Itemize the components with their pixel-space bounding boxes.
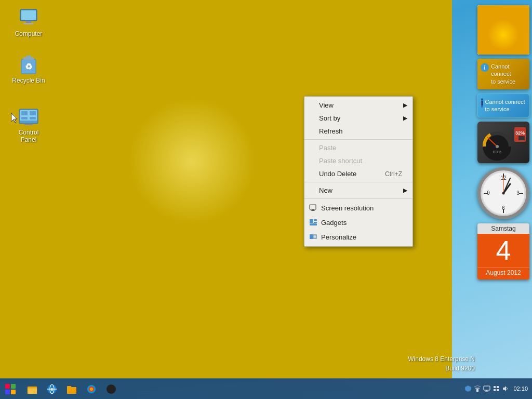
tray-display-icon[interactable] (483, 385, 490, 393)
taskbar-file-explorer-icon[interactable] (23, 380, 42, 398)
taskbar-ie-icon[interactable]: e (43, 380, 61, 398)
menu-item-paste: Paste (304, 141, 413, 154)
taskbar-pinned-icons: e (21, 380, 123, 398)
svg-rect-70 (497, 386, 499, 388)
menu-item-view[interactable]: View ▶ (304, 99, 413, 112)
menu-item-view-label: View (319, 101, 334, 109)
menu-item-screen-resolution[interactable]: Screen resolution (304, 201, 413, 215)
cannot-connect-widget-2[interactable]: i Cannot connectto service (477, 94, 529, 118)
tray-windows-icon[interactable] (493, 385, 500, 393)
start-button[interactable] (0, 379, 21, 400)
menu-item-paste-label: Paste (319, 144, 336, 152)
menu-item-refresh-label: Refresh (319, 127, 343, 135)
menu-item-undo-delete[interactable]: Undo Delete Ctrl+Z (304, 167, 413, 180)
menu-separator-3 (304, 198, 413, 199)
menu-item-sort-by-arrow: ▶ (403, 115, 407, 122)
svg-point-47 (502, 192, 505, 195)
svg-text:♻: ♻ (25, 62, 32, 71)
svg-rect-21 (314, 222, 317, 223)
menu-item-sort-by-label: Sort by (319, 114, 340, 122)
computer-icon[interactable]: Computer (8, 5, 49, 39)
info-icon-1: i (481, 63, 489, 72)
svg-point-62 (90, 388, 93, 391)
svg-point-25 (314, 235, 316, 238)
menu-item-gadgets[interactable]: Gadgets (304, 215, 413, 230)
svg-rect-51 (11, 390, 16, 394)
control-panel-icon-img (18, 106, 39, 127)
tray-shield-icon[interactable] (464, 385, 472, 393)
cannot-connect-widget-1[interactable]: i Cannot connectto service (477, 59, 529, 89)
recycle-bin-label: Recycle Bin (12, 77, 45, 84)
taskbar-time[interactable]: 02:10 (513, 385, 532, 392)
personalize-icon (309, 232, 318, 242)
system-tray (460, 385, 513, 393)
calendar-day-name: Samstag (477, 223, 529, 234)
control-panel-icon[interactable]: Control Panel (8, 104, 49, 146)
svg-rect-1 (21, 10, 36, 20)
svg-rect-16 (310, 205, 316, 209)
gadgets-icon (309, 218, 318, 227)
computer-label: Computer (15, 30, 43, 37)
svg-point-28 (496, 145, 499, 148)
menu-item-paste-shortcut-label: Paste shortcut (319, 157, 362, 165)
computer-icon-img (18, 7, 39, 28)
performance-widget[interactable]: 03% 32% (477, 122, 529, 163)
menu-item-refresh[interactable]: Refresh (304, 125, 413, 138)
sidebar-widgets: i Cannot connectto service i Cannot conn… (475, 0, 532, 399)
tray-network-icon[interactable] (474, 385, 481, 393)
menu-item-personalize[interactable]: Personalize (304, 230, 413, 244)
os-line1: Windows 8 Enterprise N (408, 354, 475, 364)
svg-text:e: e (50, 387, 53, 392)
menu-separator-1 (304, 139, 413, 140)
svg-rect-72 (497, 389, 499, 391)
svg-rect-48 (5, 384, 10, 389)
svg-rect-10 (21, 111, 28, 115)
svg-text:9: 9 (487, 190, 490, 196)
flower-thumbnail-widget[interactable] (477, 5, 529, 55)
svg-rect-33 (515, 136, 518, 140)
svg-rect-14 (24, 124, 33, 125)
svg-rect-49 (11, 384, 16, 389)
svg-rect-11 (30, 111, 36, 115)
cannot-connect-text-2: Cannot connectto service (485, 98, 525, 113)
svg-text:03%: 03% (493, 150, 501, 154)
svg-rect-3 (23, 23, 34, 24)
svg-rect-13 (30, 117, 36, 119)
taskbar: e (0, 378, 532, 399)
desktop: Computer ♻ Recycle Bin Control P (0, 0, 532, 399)
os-line2: Build 9200 (408, 364, 475, 373)
recycle-bin-icon[interactable]: ♻ Recycle Bin (8, 52, 49, 86)
svg-rect-71 (494, 389, 496, 391)
svg-marker-73 (503, 386, 506, 391)
clock-time: 02:10 (513, 385, 528, 392)
taskbar-folder-icon[interactable] (62, 380, 81, 398)
menu-item-undo-delete-label: Undo Delete (319, 170, 356, 178)
menu-item-sort-by[interactable]: Sort by ▶ (304, 112, 413, 125)
tray-volume-icon[interactable] (502, 385, 509, 393)
svg-text:3: 3 (516, 190, 520, 196)
menu-item-new[interactable]: New ▶ (304, 184, 413, 197)
menu-item-gadgets-label: Gadgets (321, 219, 347, 227)
svg-rect-24 (310, 234, 313, 239)
svg-point-63 (107, 384, 116, 394)
svg-rect-59 (67, 386, 71, 388)
taskbar-firefox-icon[interactable] (82, 380, 101, 398)
menu-item-view-arrow: ▶ (403, 102, 407, 109)
svg-text:32%: 32% (515, 130, 524, 136)
menu-item-new-label: New (319, 187, 332, 194)
clock-widget[interactable]: 12 3 6 9 (477, 167, 529, 219)
svg-rect-20 (314, 219, 317, 221)
svg-marker-15 (11, 113, 17, 123)
calendar-month-year: August 2012 (477, 267, 529, 280)
svg-rect-22 (310, 223, 317, 225)
context-menu: View ▶ Sort by ▶ Refresh Paste Paste sho… (304, 96, 413, 247)
os-info: Windows 8 Enterprise N Build 9200 (408, 354, 475, 373)
taskbar-misc-icon[interactable] (102, 380, 121, 398)
calendar-widget[interactable]: Samstag 4 August 2012 (477, 223, 529, 280)
control-panel-label: Control Panel (10, 129, 47, 144)
svg-text:6: 6 (502, 205, 505, 211)
svg-rect-19 (310, 219, 313, 223)
svg-rect-12 (21, 117, 28, 119)
mouse-cursor (11, 113, 18, 123)
svg-rect-2 (26, 21, 31, 23)
